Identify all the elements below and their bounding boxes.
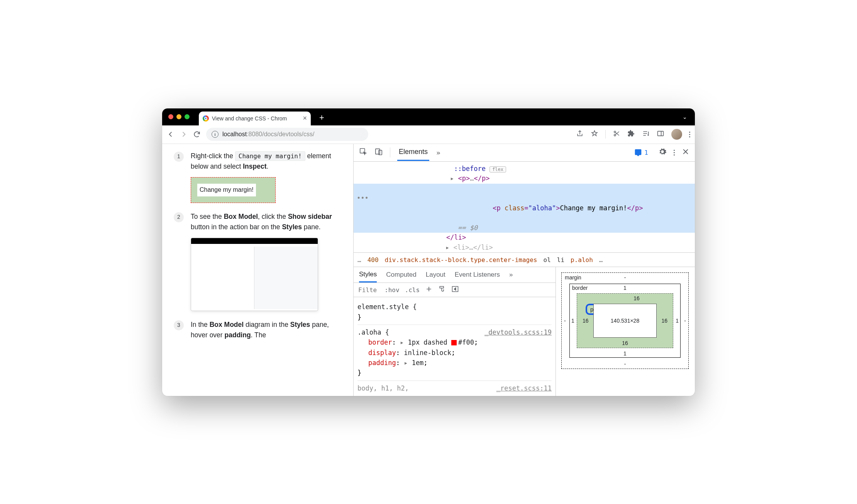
tab-strip: View and change CSS - Chrom × + ⌄ (162, 108, 695, 125)
window-controls[interactable] (168, 114, 190, 119)
color-swatch-icon[interactable] (451, 340, 457, 345)
separator (605, 130, 606, 139)
computed-sidebar-icon[interactable] (451, 285, 459, 294)
cls-toggle[interactable]: .cls (405, 286, 420, 294)
text: Right-click the (191, 152, 235, 160)
step-3: 3 In the Box Model diagram in the Styles… (174, 320, 346, 340)
settings-gear-icon[interactable] (658, 147, 667, 157)
close-devtools-icon[interactable] (682, 148, 689, 157)
back-button[interactable] (167, 130, 174, 138)
profile-avatar[interactable] (671, 129, 682, 140)
scissors-icon[interactable] (613, 130, 620, 139)
new-tab-button[interactable]: + (319, 113, 324, 123)
tab-styles[interactable]: Styles (359, 271, 377, 282)
bookmark-star-icon[interactable] (591, 130, 598, 139)
overflow-dots-icon[interactable]: ••• (357, 193, 369, 203)
svg-rect-2 (658, 131, 664, 136)
inline-code: Change my margin! (235, 151, 305, 161)
dom-row[interactable]: </li> (354, 233, 695, 243)
forward-button[interactable] (180, 130, 188, 138)
chrome-menu-icon[interactable] (689, 132, 690, 137)
tab-event-listeners[interactable]: Event Listeners (455, 271, 500, 279)
elements-tab[interactable]: Elements (397, 144, 429, 161)
text-bold: Inspect (243, 162, 266, 170)
source-link[interactable]: _devtools.scss:19 (484, 327, 552, 337)
fullscreen-window-icon[interactable] (185, 114, 190, 119)
tab-list-chevron-icon[interactable]: ⌄ (683, 114, 687, 120)
hov-toggle[interactable]: :hov (384, 286, 400, 294)
inline-screenshot (191, 238, 318, 311)
more-tabs-icon[interactable]: » (509, 271, 513, 279)
tab-layout[interactable]: Layout (426, 271, 445, 279)
box-model-pane: margin - - - - border 1 1 1 1 padding (556, 267, 695, 396)
new-rule-icon[interactable] (425, 285, 433, 294)
styles-subtabs: Styles Computed Layout Event Listeners » (354, 267, 556, 283)
dom-row: == $0 (354, 223, 695, 233)
dom-tree[interactable]: ::before flex ▸ <p>…</p> ••• <p class="a… (354, 162, 695, 253)
step-2: 2 To see the Box Model, click the Show s… (174, 211, 346, 311)
reading-list-icon[interactable] (642, 130, 650, 139)
extensions-icon[interactable] (627, 130, 635, 139)
inspect-icon[interactable] (359, 147, 368, 157)
content-area: 1 Right-click the Change my margin! elem… (162, 144, 695, 396)
step-number: 1 (174, 152, 184, 162)
svg-point-1 (614, 134, 616, 136)
box-model-diagram[interactable]: margin - - - - border 1 1 1 1 padding (561, 272, 689, 369)
tab-title: View and change CSS - Chrom (212, 115, 287, 122)
step-1: 1 Right-click the Change my margin! elem… (174, 151, 346, 203)
styles-filter-bar: :hov .cls (354, 283, 556, 297)
url-text: localhost:8080/docs/devtools/css/ (222, 131, 314, 138)
minimize-window-icon[interactable] (176, 114, 181, 119)
side-panel-icon[interactable] (657, 130, 664, 139)
filter-input[interactable] (358, 286, 379, 294)
share-icon[interactable] (576, 130, 584, 139)
web-page: 1 Right-click the Change my margin! elem… (162, 144, 353, 396)
breadcrumb[interactable]: … 400 div.stack.stack--block.type.center… (354, 252, 695, 267)
tab-computed[interactable]: Computed (386, 271, 416, 279)
browser-tab[interactable]: View and change CSS - Chrom × (199, 112, 311, 125)
chrome-favicon-icon (203, 115, 209, 122)
close-tab-icon[interactable]: × (303, 114, 307, 122)
dom-row-selected[interactable]: ••• <p class="aloha">Change my margin!</… (354, 184, 695, 223)
step-number: 3 (174, 320, 184, 330)
dom-row[interactable]: ▸ <p>…</p> (354, 174, 695, 184)
site-info-icon[interactable]: i (212, 131, 218, 138)
dom-row[interactable]: ▸ <li>…</li> (354, 243, 695, 253)
separator (390, 147, 390, 157)
paint-icon[interactable] (438, 285, 446, 294)
devtools-panel: Elements » 1 ::before flex ▸ <p>…</p> ••… (353, 144, 695, 396)
close-window-icon[interactable] (168, 114, 173, 119)
svg-point-0 (614, 131, 616, 133)
box-model-content[interactable]: 140.531×28 (593, 304, 657, 338)
devtools-header: Elements » 1 (354, 144, 695, 162)
css-rules[interactable]: element.style { } _devtools.scss:19 .alo… (354, 297, 556, 396)
browser-toolbar: i localhost:8080/docs/devtools/css/ (162, 125, 695, 144)
device-toggle-icon[interactable] (374, 147, 383, 157)
devtools-menu-icon[interactable] (674, 150, 675, 156)
reload-button[interactable] (193, 130, 201, 138)
address-bar[interactable]: i localhost:8080/docs/devtools/css/ (206, 128, 368, 141)
browser-window: View and change CSS - Chrom × + ⌄ i loca… (162, 108, 695, 396)
styles-pane: Styles Computed Layout Event Listeners »… (354, 267, 556, 396)
more-tabs-icon[interactable]: » (436, 149, 440, 157)
demo-text: Change my margin! (197, 184, 256, 196)
demo-element[interactable]: Change my margin! (191, 177, 276, 203)
dom-row[interactable]: ::before flex (354, 164, 695, 174)
issues-badge[interactable]: 1 (631, 148, 651, 157)
svg-rect-4 (376, 149, 380, 154)
step-number: 2 (174, 212, 184, 222)
